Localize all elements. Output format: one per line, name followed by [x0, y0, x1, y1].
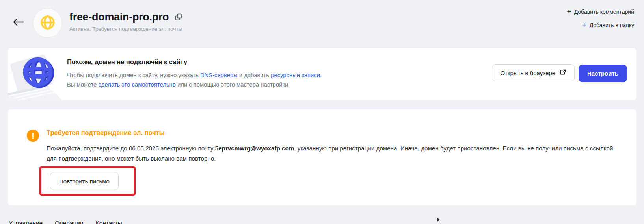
domain-avatar — [33, 8, 62, 38]
banner-line1-text2: и добавить — [238, 72, 271, 78]
banner-line-2: Вы можете сделать это самостоятельно или… — [67, 80, 322, 89]
add-folder-label: Добавить в папку — [590, 22, 634, 28]
email-address: 5eprvcmwrg@wyoxafp.com — [215, 145, 294, 152]
add-to-folder-button[interactable]: + Добавить в папку — [582, 22, 634, 28]
open-in-browser-button[interactable]: Открыть в браузере — [492, 64, 575, 81]
add-comment-label: Добавить комментарий — [574, 9, 634, 15]
email-confirmation-card: ! Требуется подтверждение эл. почты Пожа… — [8, 109, 636, 205]
external-link-icon — [560, 69, 566, 77]
banner-line2-text: Вы можете — [67, 81, 98, 88]
open-in-browser-label: Открыть в браузере — [500, 70, 555, 76]
connect-domain-banner: Похоже, домен не подключён к сайту Чтобы… — [8, 48, 636, 100]
mouse-cursor-icon — [437, 217, 442, 224]
page-title: free-domain-pro.pro — [69, 11, 169, 23]
plus-icon: + — [567, 9, 571, 15]
warning-body-text: Пожалуйста, подтвердите до 06.05.2025 эл… — [47, 145, 215, 152]
title-row: free-domain-pro.pro — [69, 11, 182, 23]
banner-line2-text2: или с помощью этого мастера настройки — [176, 81, 288, 88]
configure-button[interactable]: Настроить — [579, 65, 627, 82]
resend-email-button[interactable]: Повторить письмо — [50, 172, 119, 190]
domain-status-text: Активна. Требуется подтверждение эл. поч… — [69, 26, 182, 32]
tab-management[interactable]: Управление — [9, 219, 43, 224]
banner-text: Похоже, домен не подключён к сайту Чтобы… — [67, 57, 322, 89]
copy-icon[interactable] — [175, 13, 182, 20]
plus-icon: + — [582, 22, 586, 28]
warning-icon: ! — [27, 130, 39, 142]
domain-page: free-domain-pro.pro Активна. Требуется п… — [0, 0, 644, 224]
warning-title: Требуется подтверждение эл. почты — [47, 128, 165, 137]
do-it-yourself-link[interactable]: сделать это самостоятельно — [98, 81, 175, 88]
banner-title: Похоже, домен не подключён к сайту — [67, 57, 322, 66]
dns-servers-link[interactable]: DNS-серверы — [200, 72, 238, 78]
warning-body: Пожалуйста, подтвердите до 06.05.2025 эл… — [47, 143, 624, 164]
add-comment-button[interactable]: + Добавить комментарий — [567, 9, 634, 15]
banner-line-1: Чтобы подключить домен к сайту, нужно ук… — [67, 70, 322, 80]
back-button[interactable] — [12, 17, 25, 28]
header-actions: + Добавить комментарий + Добавить в папк… — [567, 9, 634, 28]
banner-line1-text: Чтобы подключить домен к сайту, нужно ук… — [67, 72, 200, 78]
exclamation-glyph: ! — [32, 130, 34, 142]
tab-operations[interactable]: Операции — [55, 219, 84, 224]
domain-tabs: Управление Операции Контакты — [9, 219, 122, 224]
resource-records-link[interactable]: ресурсные записи. — [271, 72, 322, 78]
tab-contacts[interactable]: Контакты — [96, 219, 122, 224]
globe-icon — [40, 15, 56, 32]
back-arrow-icon — [13, 22, 24, 28]
